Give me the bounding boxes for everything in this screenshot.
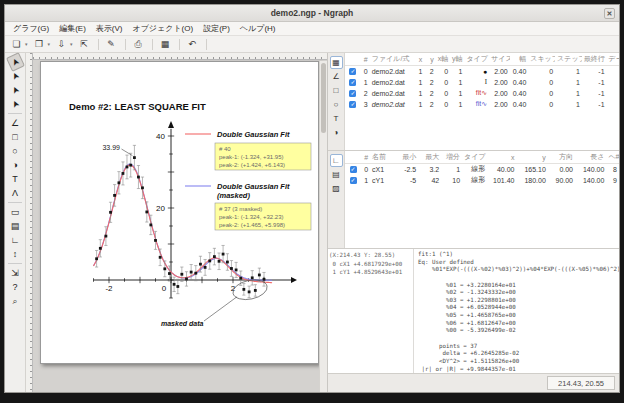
- menu-item-4[interactable]: 設定(P): [198, 23, 235, 34]
- table-row[interactable]: ✓0cX1-2.53.21線形40.00165.100.00140.008: [345, 164, 619, 175]
- column-header[interactable]: 最終行: [582, 53, 607, 66]
- column-header[interactable]: 幅: [510, 53, 529, 66]
- canvas-area[interactable]: Demo #2: LEAST SQUARE FIT-202204033.99ma…: [26, 53, 327, 392]
- menu-item-1[interactable]: 編集(E): [54, 23, 91, 34]
- column-header[interactable]: スキップ: [528, 53, 555, 66]
- data-window-icon[interactable]: ▦: [158, 37, 173, 51]
- tab-merge-icon[interactable]: ▤: [330, 168, 343, 181]
- axis-scale-icon[interactable]: ⇱: [77, 37, 92, 51]
- menu-item-2[interactable]: 表示(V): [91, 23, 128, 34]
- tab-line-icon[interactable]: ∠: [330, 70, 343, 83]
- column-header[interactable]: ヘ#: [606, 151, 619, 164]
- new-graph-icon[interactable]: ❏: [9, 37, 24, 51]
- menu-item-0[interactable]: グラフ(G): [8, 23, 54, 34]
- data-list-pane: ▦∠□○T◑ #ファイル/式xyx軸y軸タイプサイズ幅スキップステップ最終行デー…: [328, 53, 619, 151]
- menu-item-5[interactable]: ヘルプ(H): [235, 23, 281, 34]
- fit-log-pane[interactable]: fit:1 (^1) Eq: User defined %01*EXP(-(((…: [414, 249, 619, 373]
- table-row[interactable]: ✓1demo2.dat1201I2.000.4001-1: [345, 77, 619, 88]
- column-header[interactable]: x: [487, 151, 516, 164]
- open-graph-icon[interactable]: ❐: [32, 37, 47, 51]
- cell: 2: [424, 77, 435, 88]
- tab-data-icon[interactable]: ▦: [330, 56, 343, 69]
- visible-checkbox[interactable]: ✓: [350, 166, 357, 173]
- data-point: [168, 272, 171, 275]
- section-axis-tool-icon[interactable]: ▤: [8, 219, 23, 233]
- cell: 0.00: [548, 164, 575, 175]
- column-header[interactable]: 方向: [548, 151, 575, 164]
- open-graph-dropdown-icon[interactable]: ▾: [48, 41, 51, 47]
- data-point: [145, 211, 148, 214]
- cell: 1: [413, 77, 424, 88]
- cell: -1: [582, 66, 607, 77]
- column-header[interactable]: y: [424, 53, 435, 66]
- tab-mark-icon[interactable]: ◑: [330, 126, 343, 139]
- tab-parameter-icon[interactable]: ▨: [330, 182, 343, 195]
- save-graph-icon[interactable]: ⇩: [54, 37, 69, 51]
- title-bar[interactable]: demo2.ngp - Ngraph ✕: [5, 5, 619, 22]
- column-header[interactable]: x軸: [436, 53, 450, 66]
- column-header[interactable]: 長さ: [575, 151, 606, 164]
- legend-info-line: peak-2: (+1.465, +5.998): [219, 222, 285, 228]
- column-header[interactable]: ファイル/式: [370, 53, 413, 66]
- column-header[interactable]: ステップ: [555, 53, 582, 66]
- new-graph-dropdown-icon[interactable]: ▾: [25, 41, 28, 47]
- visible-checkbox[interactable]: ✓: [349, 79, 356, 86]
- visible-checkbox[interactable]: ✓: [349, 90, 356, 97]
- tab-axis-icon[interactable]: ∟: [330, 154, 343, 167]
- cell: 8: [606, 164, 619, 175]
- text-tool-icon[interactable]: T: [8, 172, 23, 186]
- column-header[interactable]: デー: [607, 53, 619, 66]
- zoom-tool-icon[interactable]: ⌕: [8, 294, 23, 308]
- canvas-vertical-scrollbar[interactable]: [319, 61, 327, 392]
- cross-axis-tool-icon[interactable]: ∟: [8, 233, 23, 247]
- mark-tool-icon[interactable]: ◑: [8, 158, 23, 172]
- cell: I: [464, 77, 489, 88]
- table-row[interactable]: ✓1cY1-54210線形101.40180.0090.00140.009: [345, 175, 619, 186]
- data-point: [208, 260, 211, 263]
- chart-title: Demo #2: LEAST SQUARE FIT: [69, 101, 206, 112]
- column-header[interactable]: 名前: [370, 151, 395, 164]
- visible-checkbox[interactable]: ✓: [349, 101, 356, 108]
- column-header[interactable]: タイプ: [462, 151, 487, 164]
- tab-arc-icon[interactable]: ○: [330, 98, 343, 111]
- cell: 1: [450, 66, 464, 77]
- visible-checkbox[interactable]: ✓: [350, 177, 357, 184]
- undo-icon[interactable]: ↶: [185, 37, 200, 51]
- visible-checkbox[interactable]: ✓: [349, 68, 356, 75]
- column-header[interactable]: x: [413, 53, 424, 66]
- column-header[interactable]: #: [358, 53, 369, 66]
- table-row[interactable]: ✓3demo2.dat1201fit∿2.000.4001-1: [345, 99, 619, 110]
- column-header[interactable]: タイプ: [464, 53, 489, 66]
- column-header[interactable]: 最大: [418, 151, 441, 164]
- print-icon[interactable]: ⎙: [131, 37, 146, 51]
- graph-page[interactable]: Demo #2: LEAST SQUARE FIT-202204033.99ma…: [40, 61, 319, 364]
- cell: 0: [436, 88, 450, 99]
- column-header[interactable]: y軸: [450, 53, 464, 66]
- line-tool-icon[interactable]: ∠: [8, 116, 23, 130]
- scrollbar-thumb[interactable]: [321, 63, 326, 133]
- arc-tool-icon[interactable]: ○: [8, 144, 23, 158]
- column-header[interactable]: 増分: [441, 151, 462, 164]
- tab-text-icon[interactable]: T: [330, 112, 343, 125]
- menu-item-3[interactable]: オブジェクト(O): [127, 23, 198, 34]
- rectangle-tool-icon[interactable]: □: [8, 130, 23, 144]
- single-axis-tool-icon[interactable]: ↕: [8, 247, 23, 261]
- draw-icon[interactable]: ✎: [104, 37, 119, 51]
- column-header[interactable]: 最小: [395, 151, 418, 164]
- save-graph-dropdown-icon[interactable]: ▾: [70, 41, 73, 47]
- tab-rectangle-icon[interactable]: □: [330, 84, 343, 97]
- zoom-pointer-tool-icon[interactable]: ⇲: [8, 266, 23, 280]
- data-point: [185, 278, 188, 281]
- cell: cY1: [370, 175, 395, 186]
- column-header[interactable]: サイズ: [489, 53, 510, 66]
- column-header[interactable]: #: [359, 151, 371, 164]
- close-icon[interactable]: ✕: [604, 8, 615, 19]
- column-header[interactable]: y: [516, 151, 547, 164]
- legend-info-line: # 40: [219, 146, 231, 152]
- table-row[interactable]: ✓2demo2.dat1201fit∿2.000.4001-1: [345, 88, 619, 99]
- frame-axis-tool-icon[interactable]: ▭: [8, 205, 23, 219]
- data-pointer-icon[interactable]: ➤: [5, 94, 24, 114]
- evaluate-tool-icon[interactable]: ?: [8, 280, 23, 294]
- gauss-tool-icon[interactable]: Λ: [8, 186, 23, 200]
- table-row[interactable]: ✓0demo2.dat1201●2.000.4001-1: [345, 66, 619, 77]
